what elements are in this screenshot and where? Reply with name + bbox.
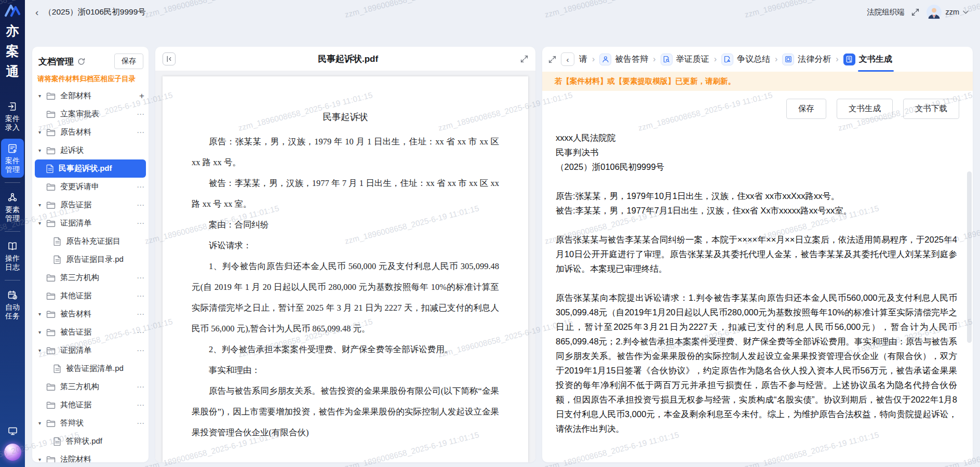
tree-file-民事起诉状.pdf[interactable]: 民事起诉状.pdf bbox=[35, 159, 146, 178]
pdf-expand-icon[interactable] bbox=[520, 55, 528, 63]
tree-item-label: 变更诉请申 bbox=[60, 182, 135, 192]
pdf-paragraph: 事实和理由： bbox=[192, 360, 499, 381]
tree-folder-证据清单[interactable]: ▾证据清单⋯ bbox=[32, 341, 149, 359]
user-menu[interactable]: zzm bbox=[927, 5, 969, 20]
more-actions-icon[interactable]: ⋯ bbox=[135, 401, 144, 410]
tree-caret-icon[interactable]: ▾ bbox=[38, 457, 46, 462]
tree-folder-第三方机构[interactable]: 第三方机构⋯ bbox=[32, 269, 149, 287]
sidebar-item-操作日志[interactable]: 操作日志 bbox=[1, 236, 24, 275]
tab-文书生成[interactable]: 文书生成 bbox=[843, 47, 892, 72]
tree-folder-全部材料[interactable]: ▾全部材料+ bbox=[32, 87, 149, 105]
tree-file-原告补充证据目[interactable]: 原告补充证据目 bbox=[32, 232, 149, 250]
workflow-tab-bar: ‹ 请›被告答辩›举证质证›争议总结›法律分析›文书生成 bbox=[542, 47, 973, 72]
tree-file-被告证据清单.pd[interactable]: 被告证据清单.pd bbox=[32, 359, 149, 378]
more-actions-icon[interactable]: ⋯ bbox=[135, 291, 144, 301]
tree-file-答辩状.pdf[interactable]: 答辩状.pdf bbox=[32, 432, 149, 450]
folder-icon bbox=[46, 128, 56, 137]
tree-folder-其他证据[interactable]: 其他证据⋯ bbox=[32, 396, 149, 414]
tab-法律分析[interactable]: 法律分析 bbox=[782, 47, 831, 72]
tab-separator-chevron: › bbox=[653, 55, 655, 64]
workflow-button-文书生成[interactable]: 文书生成 bbox=[837, 99, 893, 119]
fullscreen-expand-icon[interactable] bbox=[911, 8, 919, 16]
document-block: 原告张某某与被告李某某合同纠纷一案，本院于××××年××月××日立案后，依法适用… bbox=[556, 232, 957, 276]
dashboard-icon[interactable] bbox=[7, 426, 18, 436]
operation-log-icon bbox=[7, 241, 18, 251]
tree-file-原告证据目录.pd[interactable]: 原告证据目录.pd bbox=[32, 250, 149, 269]
sidebar-item-案件录入[interactable]: 案件录入 bbox=[1, 97, 24, 136]
more-actions-icon[interactable]: ⋯ bbox=[135, 273, 144, 283]
pdf-paragraph: 原告：张某某，男，汉族，1979 年 10 月 1 日出生，住址：xx 省 xx… bbox=[192, 131, 499, 173]
workflow-expand-icon[interactable] bbox=[548, 56, 556, 63]
tree-caret-icon[interactable]: ▾ bbox=[38, 148, 46, 153]
tree-caret-icon[interactable]: ▾ bbox=[38, 311, 46, 317]
pdf-scroll-area[interactable]: 民事起诉状 原告：张某某，男，汉族，1979 年 10 月 1 日出生，住址：x… bbox=[155, 71, 535, 462]
tree-folder-原告证据[interactable]: ▾原告证据⋯ bbox=[32, 196, 149, 214]
tree-folder-第三方机构[interactable]: 第三方机构⋯ bbox=[32, 378, 149, 396]
tab-请[interactable]: 请 bbox=[579, 47, 587, 72]
tree-item-label: 证据清单 bbox=[60, 345, 135, 355]
more-actions-icon[interactable]: ⋯ bbox=[135, 328, 144, 337]
sidebar-item-label: 自动任务 bbox=[5, 303, 20, 321]
tree-folder-被告证据[interactable]: ▾被告证据⋯ bbox=[32, 323, 149, 341]
workflow-panel: ‹ 请›被告答辩›举证质证›争议总结›法律分析›文书生成 若【案件材料】或【要素… bbox=[542, 47, 973, 462]
tree-item-label: 答辩状 bbox=[60, 418, 135, 428]
tree-caret-icon[interactable]: ▾ bbox=[38, 202, 46, 208]
more-actions-icon[interactable]: ⋯ bbox=[135, 128, 144, 137]
workflow-button-保存[interactable]: 保存 bbox=[786, 99, 826, 119]
tree-save-button[interactable]: 保存 bbox=[114, 54, 143, 69]
add-folder-icon[interactable]: + bbox=[137, 91, 144, 101]
tree-folder-其他证据[interactable]: 其他证据⋯ bbox=[32, 287, 149, 305]
more-actions-icon[interactable]: ⋯ bbox=[135, 110, 144, 119]
pdf-paragraph: 案由：合同纠纷 bbox=[192, 215, 499, 235]
refresh-icon[interactable] bbox=[77, 58, 85, 65]
sidebar-item-自动任务[interactable]: 自动任务 bbox=[1, 285, 24, 324]
more-actions-icon[interactable]: ⋯ bbox=[135, 201, 144, 210]
more-actions-icon[interactable]: ⋯ bbox=[135, 219, 144, 228]
tab-争议总结[interactable]: 争议总结 bbox=[721, 47, 770, 72]
tree-folder-变更诉请申[interactable]: 变更诉请申⋯ bbox=[32, 178, 149, 196]
chevron-down-icon bbox=[963, 10, 969, 14]
tree-folder-法院材料[interactable]: ▾法院材料 bbox=[32, 450, 149, 462]
nav-divider bbox=[5, 231, 20, 232]
back-icon[interactable]: ‹ bbox=[35, 7, 38, 17]
tabs-scroll-left-button[interactable]: ‹ bbox=[561, 52, 574, 66]
tab-举证质证[interactable]: 举证质证 bbox=[661, 47, 709, 72]
tab-separator-chevron: › bbox=[714, 55, 717, 64]
tab-separator-chevron: › bbox=[775, 55, 777, 64]
collapse-sidebar-icon[interactable] bbox=[163, 52, 176, 65]
folder-icon bbox=[46, 292, 56, 300]
tree-folder-立案审批表[interactable]: 立案审批表⋯ bbox=[32, 105, 149, 123]
more-actions-icon[interactable]: ⋯ bbox=[135, 182, 144, 192]
ai-assistant-orb[interactable] bbox=[4, 444, 21, 461]
tab-label: 法律分析 bbox=[798, 54, 831, 65]
tree-folder-答辩状[interactable]: ▾答辩状⋯ bbox=[32, 414, 149, 432]
file-icon bbox=[53, 237, 61, 246]
tree-caret-icon[interactable]: ▾ bbox=[38, 220, 46, 226]
generated-document[interactable]: xxxx人民法院院民事判决书（2025）浙0106民初9999号原告:张某某，男… bbox=[542, 120, 973, 462]
more-actions-icon[interactable]: ⋯ bbox=[135, 346, 144, 355]
more-actions-icon[interactable]: ⋯ bbox=[135, 382, 144, 392]
tree-caret-icon[interactable]: ▾ bbox=[38, 420, 46, 426]
tree-folder-证据清单[interactable]: ▾证据清单⋯ bbox=[32, 214, 149, 232]
tree-folder-被告材料[interactable]: ▾被告材料⋯ bbox=[32, 305, 149, 323]
tree-folder-原告材料[interactable]: ▾原告材料⋯ bbox=[32, 123, 149, 141]
workflow-button-文书下载[interactable]: 文书下载 bbox=[903, 99, 959, 119]
tree-caret-icon[interactable]: ▾ bbox=[38, 329, 46, 335]
tree-folder-起诉状[interactable]: ▾起诉状 bbox=[32, 141, 149, 159]
more-actions-icon[interactable]: ⋯ bbox=[135, 419, 144, 428]
document-line: （2025）浙0106民初9999号 bbox=[556, 159, 957, 174]
tree-caret-icon[interactable]: ▾ bbox=[38, 129, 46, 135]
tree-caret-icon[interactable]: ▾ bbox=[38, 93, 46, 99]
element-manage-icon bbox=[7, 192, 18, 203]
sidebar-item-案件管理[interactable]: 案件管理 bbox=[1, 139, 24, 178]
frame-icon bbox=[782, 54, 794, 65]
more-actions-icon[interactable]: ⋯ bbox=[135, 310, 144, 319]
tree-item-label: 原告补充证据目 bbox=[66, 236, 144, 246]
sidebar-item-要素管理[interactable]: 要素管理 bbox=[1, 188, 24, 226]
scrollbar-thumb[interactable] bbox=[967, 171, 972, 343]
folder-icon bbox=[46, 146, 56, 155]
avatar bbox=[927, 5, 942, 20]
tab-被告答辩[interactable]: 被告答辩 bbox=[599, 47, 648, 72]
tree-panel-title: 文档管理 bbox=[38, 56, 74, 68]
tree-caret-icon[interactable]: ▾ bbox=[38, 348, 46, 353]
